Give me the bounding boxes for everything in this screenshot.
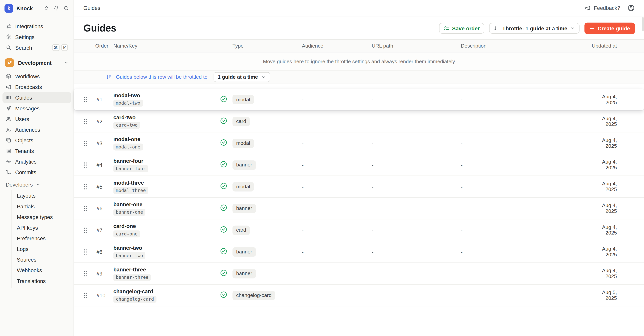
guide-type-badge: banner bbox=[232, 247, 256, 257]
guide-name-cell: banner-threebanner-three bbox=[113, 266, 220, 281]
guide-type-badge: modal bbox=[232, 95, 254, 104]
drag-handle-icon[interactable] bbox=[83, 270, 95, 277]
guide-row[interactable]: #6banner-onebanner-onebanner---Aug 4, 20… bbox=[74, 197, 644, 219]
guide-status bbox=[220, 139, 232, 147]
drag-handle-icon[interactable] bbox=[83, 118, 95, 125]
guide-description: - bbox=[461, 249, 592, 255]
guide-key-badge: banner-three bbox=[113, 274, 151, 281]
drag-handle-icon[interactable] bbox=[83, 96, 95, 103]
sidebar-item-message-types[interactable]: Message types bbox=[12, 212, 71, 222]
sidebar-item-commits[interactable]: Commits bbox=[2, 167, 71, 177]
environment-switcher[interactable]: Development bbox=[2, 57, 71, 69]
sidebar-item-audiences[interactable]: Audiences bbox=[2, 124, 71, 135]
guide-row[interactable]: #5modal-threemodal-threemodal---Aug 4, 2… bbox=[74, 176, 644, 197]
guide-audience: - bbox=[302, 205, 372, 211]
chevrons-updown-icon[interactable] bbox=[44, 5, 49, 11]
person-circle-icon[interactable] bbox=[628, 4, 634, 11]
guide-description: - bbox=[461, 140, 592, 146]
throttle-dropdown-button[interactable]: Throttle: 1 guide at a time bbox=[489, 23, 580, 34]
column-header-updated-at: Updated at bbox=[591, 43, 644, 49]
guide-url-path: - bbox=[372, 140, 461, 146]
guide-type-cell: card bbox=[232, 117, 302, 126]
keycap: ⌘ bbox=[52, 44, 60, 51]
drag-handle-icon[interactable] bbox=[83, 227, 95, 234]
guide-name: modal-three bbox=[113, 179, 144, 185]
sort-desc-icon bbox=[106, 74, 112, 80]
sidebar-item-sources[interactable]: Sources bbox=[12, 254, 71, 265]
guide-name: card-two bbox=[113, 114, 136, 120]
sidebar-item-tenants[interactable]: Tenants bbox=[2, 146, 71, 156]
sidebar-item-layouts[interactable]: Layouts bbox=[12, 190, 71, 201]
drag-handle-icon[interactable] bbox=[83, 140, 95, 147]
guide-row[interactable]: #10changelog-cardchangelog-cardchangelog… bbox=[74, 285, 644, 306]
sidebar-item-api-keys[interactable]: API keys bbox=[12, 222, 71, 233]
sidebar-item-broadcasts[interactable]: Broadcasts bbox=[2, 82, 71, 92]
bell-icon[interactable] bbox=[54, 5, 59, 11]
check-circle-icon bbox=[220, 248, 227, 255]
sidebar-item-messages[interactable]: Messages bbox=[2, 103, 71, 114]
guide-row[interactable]: #3modal-onemodal-onemodal---Aug 4, 2025 bbox=[74, 133, 644, 154]
guide-type-cell: card bbox=[232, 225, 302, 235]
guide-row[interactable]: #9banner-threebanner-threebanner---Aug 4… bbox=[74, 263, 644, 285]
guide-name-cell: changelog-cardchangelog-card bbox=[113, 288, 220, 302]
guide-description: - bbox=[461, 118, 592, 125]
guide-type-badge: banner bbox=[232, 269, 256, 278]
sidebar-item-users[interactable]: Users bbox=[2, 114, 71, 124]
users-icon bbox=[6, 116, 12, 122]
guides-table: OrderName/KeyTypeAudienceURL pathDescrip… bbox=[74, 39, 644, 307]
guide-row[interactable]: #1modal-twomodal-twomodal---Aug 4, 2025 bbox=[74, 89, 644, 110]
sidebar-item-guides[interactable]: Guides bbox=[2, 92, 71, 103]
guide-name: modal-two bbox=[113, 92, 140, 98]
check-circle-icon bbox=[220, 139, 227, 146]
column-header-audience: Audience bbox=[302, 43, 372, 49]
guide-status bbox=[220, 95, 232, 103]
save-order-button[interactable]: Save order bbox=[439, 23, 484, 34]
guide-updated-at: Aug 4, 2025 bbox=[591, 268, 644, 279]
create-guide-button[interactable]: Create guide bbox=[584, 23, 635, 34]
sidebar-item-label: Analytics bbox=[15, 159, 36, 165]
guide-row[interactable]: #8banner-twobanner-twobanner---Aug 4, 20… bbox=[74, 241, 644, 263]
sidebar-item-workflows[interactable]: Workflows bbox=[2, 71, 71, 82]
guide-row[interactable]: #7card-onecard-onecard---Aug 4, 2025 bbox=[74, 219, 644, 241]
drag-handle-icon[interactable] bbox=[83, 292, 95, 299]
sidebar-item-objects[interactable]: Objects bbox=[2, 135, 71, 146]
column-header-order: Order bbox=[95, 43, 113, 49]
guide-row[interactable]: #4banner-fourbanner-fourbanner---Aug 4, … bbox=[74, 154, 644, 176]
sidebar-item-preferences[interactable]: Preferences bbox=[12, 233, 71, 244]
feedback-button[interactable]: Feedback? bbox=[585, 5, 620, 11]
sidebar-item-label: Objects bbox=[15, 137, 33, 144]
sidebar-item-translations[interactable]: Translations bbox=[12, 276, 71, 286]
drag-handle-icon[interactable] bbox=[83, 183, 95, 190]
sidebar-item-partials[interactable]: Partials bbox=[12, 201, 71, 211]
guide-name: banner-three bbox=[113, 266, 146, 273]
sidebar-item-label: Commits bbox=[15, 169, 36, 175]
drag-handle-icon[interactable] bbox=[83, 205, 95, 212]
throttle-divider-label[interactable]: Guides below this row will be throttled … bbox=[116, 74, 207, 80]
guide-updated-at: Aug 4, 2025 bbox=[591, 203, 644, 214]
sidebar-item-webhooks[interactable]: Webhooks bbox=[12, 265, 71, 276]
check-circle-icon bbox=[220, 95, 227, 102]
guide-type-cell: banner bbox=[232, 160, 302, 169]
throttle-count-select[interactable]: 1 guide at a time bbox=[214, 72, 270, 82]
workspace-logo[interactable]: k bbox=[4, 4, 13, 12]
guide-order: #5 bbox=[95, 183, 113, 190]
sidebar-item-logs[interactable]: Logs bbox=[12, 244, 71, 254]
guide-row[interactable]: #2card-twocard-twocard---Aug 4, 2025 bbox=[74, 111, 644, 133]
breadcrumb[interactable]: Guides bbox=[84, 5, 100, 11]
drag-handle-icon[interactable] bbox=[83, 248, 95, 255]
guide-type-badge: card bbox=[232, 117, 250, 126]
drag-handle-icon[interactable] bbox=[83, 162, 95, 168]
guide-url-path: - bbox=[372, 96, 461, 102]
developers-toggle[interactable]: Developers bbox=[2, 179, 71, 190]
sort-desc-icon bbox=[494, 25, 500, 31]
sidebar-item-analytics[interactable]: Analytics bbox=[2, 156, 71, 167]
sidebar-item-integrations[interactable]: Integrations bbox=[2, 21, 71, 31]
sidebar-item-settings[interactable]: Settings bbox=[2, 31, 71, 42]
search-icon[interactable] bbox=[63, 5, 69, 11]
guide-url-path: - bbox=[372, 183, 461, 190]
scrollbar-thumb[interactable] bbox=[642, 17, 644, 31]
sidebar-item-search[interactable]: Search⌘K bbox=[2, 42, 71, 53]
guide-status bbox=[220, 204, 232, 212]
guide-updated-at: Aug 4, 2025 bbox=[591, 246, 644, 258]
check-circle-icon bbox=[220, 226, 227, 233]
